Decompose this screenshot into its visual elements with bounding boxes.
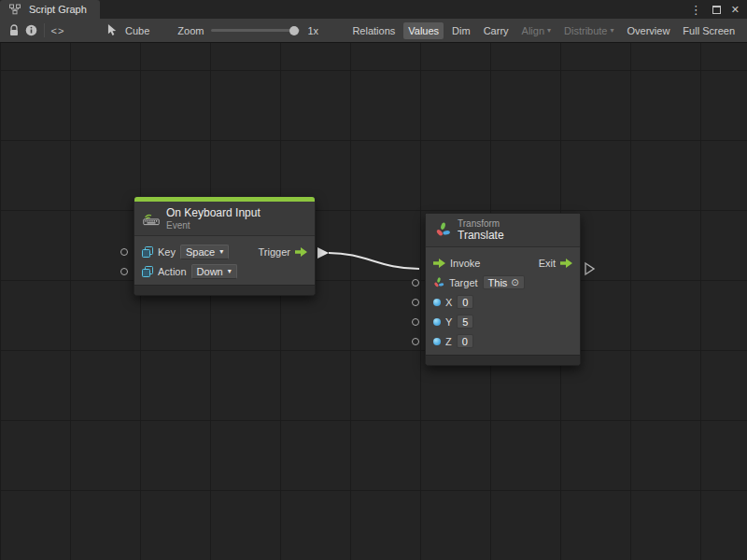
titlebar: Script Graph ⋮ ✕	[0, 0, 747, 19]
key-label: Key	[158, 246, 176, 258]
toolbar-buttons: Relations Values Dim Carry Align ▾ Distr…	[347, 22, 741, 39]
y-value-field[interactable]: 5	[457, 315, 473, 329]
x-value-field[interactable]: 0	[457, 295, 473, 309]
target-picker-icon: ⊙	[511, 277, 518, 287]
node-body: Invoke Exit	[426, 247, 580, 355]
node-body: Key Space ▾ Trigger	[134, 236, 315, 285]
value-port-icon	[433, 299, 441, 306]
action-dropdown[interactable]: Down ▾	[191, 264, 237, 279]
x-value: 0	[462, 297, 468, 308]
transform-icon	[433, 277, 444, 288]
zoom-label: Zoom	[177, 25, 204, 36]
distribute-button: Distribute ▾	[559, 22, 618, 39]
object-name: Cube	[125, 25, 149, 36]
key-dropdown-value: Space	[186, 246, 215, 258]
y-input-port[interactable]	[412, 318, 419, 326]
keyboard-event-icon	[143, 210, 160, 227]
maximize-icon[interactable]	[712, 6, 721, 14]
close-icon[interactable]: ✕	[731, 5, 740, 15]
action-label: Action	[158, 266, 187, 277]
key-row: Key Space ▾ Trigger	[134, 242, 315, 261]
tab-title: Script Graph	[29, 4, 87, 15]
zoom-control: Zoom 1x	[177, 25, 318, 36]
z-input-port[interactable]	[412, 338, 419, 345]
node-transform-translate[interactable]: Transform Translate Invoke Exit	[425, 213, 581, 366]
node-footer	[134, 285, 315, 295]
invoke-label: Invoke	[450, 258, 480, 269]
align-button: Align ▾	[517, 22, 556, 39]
tab-script-graph[interactable]: Script Graph	[0, 0, 100, 19]
window-controls: ⋮ ✕	[690, 0, 747, 19]
node-on-keyboard-input[interactable]: On Keyboard Input Event Key Space	[134, 196, 316, 296]
invoke-input-port[interactable]	[433, 259, 445, 268]
graph-canvas[interactable]: On Keyboard Input Event Key Space	[0, 43, 747, 560]
action-dropdown-value: Down	[197, 266, 223, 277]
z-label: Z	[445, 336, 452, 347]
node-category: Transform	[458, 218, 504, 229]
key-dropdown[interactable]: Space ▾	[180, 245, 229, 259]
chevron-down-icon: ▾	[611, 27, 614, 35]
node-title: On Keyboard Input	[166, 206, 261, 219]
zoom-value: 1x	[307, 25, 318, 36]
trigger-output-port[interactable]	[295, 247, 307, 257]
target-value-chip[interactable]: This ⊙	[483, 275, 525, 289]
overview-button[interactable]: Overview	[623, 22, 675, 39]
trigger-to-invoke-wire[interactable]	[329, 253, 419, 269]
trigger-label: Trigger	[259, 246, 290, 258]
carry-button[interactable]: Carry	[479, 22, 514, 39]
fullscreen-button[interactable]: Full Screen	[678, 22, 740, 39]
lock-icon[interactable]	[6, 22, 22, 39]
target-object[interactable]: Cube	[104, 22, 149, 39]
relations-button[interactable]: Relations	[347, 22, 400, 39]
invoke-exit-row: Invoke Exit	[426, 253, 580, 273]
menu-kebab-icon[interactable]: ⋮	[690, 4, 702, 16]
x-row: X 0	[426, 292, 580, 312]
y-label: Y	[445, 316, 452, 328]
x-input-port[interactable]	[412, 299, 419, 306]
toolbar-separator	[44, 23, 45, 37]
x-label: X	[445, 297, 452, 308]
action-input-port[interactable]	[120, 268, 128, 275]
chevron-down-icon: ▾	[228, 268, 232, 275]
value-port-icon	[433, 318, 441, 326]
exit-label: Exit	[539, 258, 556, 269]
node-subtitle: Event	[166, 220, 261, 231]
literal-icon	[142, 246, 153, 258]
script-graph-window: Script Graph ⋮ ✕ <>	[0, 0, 747, 560]
y-value: 5	[462, 316, 468, 328]
node-footer	[426, 355, 580, 365]
node-title: Translate	[458, 229, 504, 242]
values-button[interactable]: Values	[403, 22, 444, 39]
z-value: 0	[462, 336, 468, 347]
target-row: Target This ⊙	[426, 273, 580, 292]
align-label: Align	[522, 25, 544, 36]
node-titles: Transform Translate	[458, 218, 504, 242]
code-view-icon[interactable]: <>	[49, 22, 66, 39]
action-row: Action Down ▾	[134, 261, 315, 281]
node-header: On Keyboard Input Event	[134, 202, 315, 236]
target-value: This	[488, 277, 508, 288]
chevron-down-icon: ▾	[219, 248, 223, 256]
node-titles: On Keyboard Input Event	[166, 206, 261, 231]
script-graph-icon	[7, 1, 23, 18]
exit-output-port[interactable]	[560, 259, 572, 268]
chevron-down-icon: ▾	[547, 27, 551, 35]
graph-toolbar: <> Cube Zoom 1x Relations Values Dim Car…	[0, 19, 747, 43]
y-row: Y 5	[426, 312, 580, 331]
literal-icon	[142, 266, 153, 277]
info-icon[interactable]	[22, 22, 39, 39]
target-input-port[interactable]	[412, 279, 419, 287]
pointer-icon	[104, 22, 120, 39]
zoom-slider-thumb[interactable]	[289, 26, 299, 35]
connection-start-arrow	[317, 247, 329, 259]
key-input-port[interactable]	[120, 248, 128, 256]
transform-icon	[434, 222, 451, 239]
value-port-icon	[433, 338, 441, 345]
z-row: Z 0	[426, 331, 580, 351]
target-label: Target	[449, 277, 478, 288]
exit-flow-arrow	[585, 263, 594, 274]
zoom-slider[interactable]	[211, 29, 300, 32]
dim-button[interactable]: Dim	[447, 22, 475, 39]
z-value-field[interactable]: 0	[457, 334, 473, 348]
node-header: Transform Translate	[426, 214, 580, 247]
